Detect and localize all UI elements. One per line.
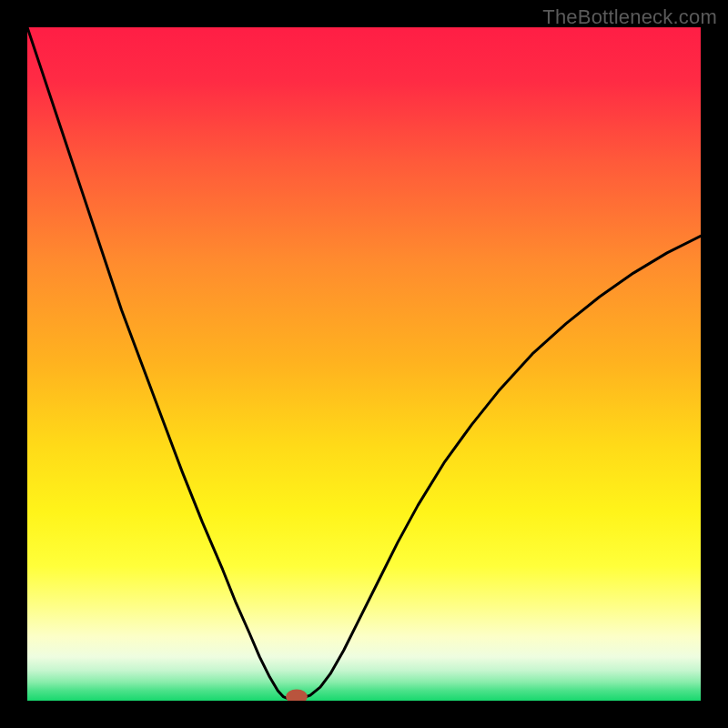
chart-svg — [27, 27, 701, 701]
plot-area — [27, 27, 701, 701]
chart-frame: TheBottleneck.com — [0, 0, 728, 728]
watermark-text: TheBottleneck.com — [542, 5, 717, 29]
gradient-background — [27, 27, 701, 701]
